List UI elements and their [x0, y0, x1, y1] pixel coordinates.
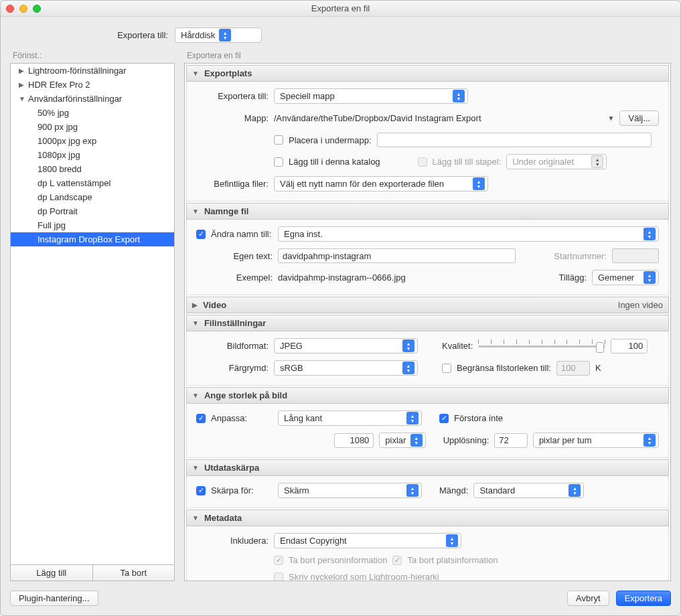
section-header-video[interactable]: ▶ Video Ingen video: [186, 297, 669, 313]
chevron-updown-icon: ▲▼: [410, 434, 423, 447]
window-title: Exportera en fil: [1, 3, 680, 13]
section-header-export-location[interactable]: ▼ Exportplats: [186, 65, 669, 82]
resolution-input[interactable]: 72: [494, 433, 528, 448]
sharpen-checkbox[interactable]: ✓: [196, 486, 206, 495]
chevron-updown-icon: ▲▼: [402, 362, 414, 374]
preset-group[interactable]: ▶Lightroom-förinställningar: [11, 64, 174, 78]
remove-location-label: Ta bort platsinformation: [407, 555, 498, 565]
subfolder-input[interactable]: [377, 133, 652, 147]
resize-mode-select[interactable]: Lång kant ▲▼: [278, 410, 422, 426]
subfolder-label: Placera i undermapp:: [289, 135, 372, 145]
add-catalog-checkbox[interactable]: [274, 157, 283, 167]
preset-list[interactable]: ▶Lightroom-förinställningar▶HDR Efex Pro…: [10, 63, 175, 565]
preset-group-label: HDR Efex Pro 2: [28, 80, 90, 90]
preset-group-label: Lightroom-förinställningar: [28, 66, 127, 76]
chevron-updown-icon: ▲▼: [569, 484, 581, 497]
sharpen-target-select[interactable]: Skärm ▲▼: [278, 483, 422, 498]
section-export-location: ▼ Exportplats Exportera till: Speciell m…: [186, 65, 669, 202]
export-folder-type-select[interactable]: Speciell mapp ▲▼: [274, 88, 468, 104]
preset-item[interactable]: Instagram DropBox Export: [11, 232, 174, 246]
limit-filesize-input[interactable]: 100: [556, 361, 590, 376]
preset-item[interactable]: dp Landscape: [11, 190, 174, 204]
chevron-down-icon: ▼: [192, 319, 199, 327]
preset-group[interactable]: ▼Användarförinställningar: [11, 92, 174, 106]
chevron-updown-icon: ▲▼: [453, 90, 465, 102]
add-stack-label: Lägg till till stapel:: [433, 157, 502, 167]
dimension-input[interactable]: 1080: [334, 433, 374, 448]
preset-item[interactable]: Full jpg: [11, 218, 174, 232]
preset-item[interactable]: 1000px jpg exp: [11, 134, 174, 148]
section-header-naming[interactable]: ▼ Namnge fil: [186, 203, 669, 220]
chevron-updown-icon: ▲▼: [644, 271, 656, 284]
limit-filesize-label: Begränsa filstorleken till:: [457, 363, 551, 373]
quality-input[interactable]: 100: [611, 339, 648, 354]
limit-filesize-unit: K: [595, 363, 601, 373]
export-to-label: Exportera till:: [196, 91, 269, 101]
rename-template-select[interactable]: Egna inst. ▲▼: [278, 226, 659, 242]
export-destination-value: Hårddisk: [181, 30, 215, 40]
section-header-sizing[interactable]: ▼ Ange storlek på bild: [186, 387, 669, 404]
subfolder-checkbox[interactable]: [274, 135, 283, 145]
dont-enlarge-checkbox[interactable]: ✓: [439, 414, 449, 423]
chevron-right-icon: ▶: [19, 81, 25, 88]
dimension-unit-select[interactable]: pixlar ▲▼: [379, 433, 425, 448]
minimize-icon[interactable]: [19, 5, 27, 13]
close-icon[interactable]: [6, 5, 14, 13]
plugin-manager-button[interactable]: Plugin-hantering...: [10, 591, 98, 606]
example-value: davidpahmp-instagram--0666.jpg: [278, 273, 554, 283]
limit-filesize-checkbox[interactable]: [442, 364, 451, 373]
chevron-updown-icon: ▲▼: [591, 155, 603, 168]
dont-enlarge-label: Förstora inte: [454, 413, 503, 423]
section-header-file-settings[interactable]: ▼ Filinställningar: [186, 315, 669, 331]
start-number-input: [612, 248, 659, 263]
colorspace-select[interactable]: sRGB ▲▼: [274, 360, 418, 376]
chevron-right-icon: ▶: [19, 67, 25, 74]
rename-label: Ändra namn till:: [211, 229, 273, 239]
metadata-include-select[interactable]: Endast Copyright ▲▼: [274, 533, 461, 548]
zoom-icon[interactable]: [33, 5, 41, 13]
custom-text-input[interactable]: davidpahmp-instagram: [278, 248, 516, 263]
export-button[interactable]: Exportera: [616, 591, 671, 606]
resolution-unit-select[interactable]: pixlar per tum ▲▼: [533, 433, 659, 448]
preset-item[interactable]: 900 px jpg: [11, 120, 174, 134]
chevron-updown-icon: ▲▼: [402, 339, 414, 352]
stack-position-select: Under originalet ▲▼: [506, 154, 607, 169]
chevron-updown-icon: ▲▼: [446, 534, 458, 547]
quality-slider[interactable]: [478, 339, 605, 353]
chevron-updown-icon: ▲▼: [644, 434, 656, 447]
preset-item[interactable]: 50% jpg: [11, 106, 174, 120]
start-number-label: Startnummer:: [554, 251, 607, 261]
section-video: ▶ Video Ingen video: [186, 297, 669, 313]
preset-sidebar: Förinst.: ▶Lightroom-förinställningar▶HD…: [10, 51, 175, 581]
remove-preset-button[interactable]: Ta bort: [93, 565, 175, 581]
section-header-metadata[interactable]: ▼ Metadata: [186, 510, 669, 526]
chevron-updown-icon: ▲▼: [219, 29, 231, 42]
add-catalog-label: Lägg till i denna katalog: [289, 157, 380, 167]
rename-checkbox[interactable]: ✓: [196, 230, 206, 239]
section-title: Video: [203, 300, 226, 310]
export-destination-row: Exportera till: Hårddisk ▲▼: [1, 17, 680, 51]
preset-item[interactable]: dp L vattenstämpel: [11, 176, 174, 190]
preset-item[interactable]: 1080px jpg: [11, 148, 174, 162]
video-status: Ingen video: [618, 300, 663, 310]
chevron-updown-icon: ▲▼: [406, 484, 419, 497]
chevron-updown-icon: ▲▼: [473, 177, 485, 190]
chevron-down-icon[interactable]: ▼: [608, 114, 615, 122]
choose-folder-button[interactable]: Välj...: [619, 110, 659, 126]
resize-checkbox[interactable]: ✓: [196, 414, 206, 423]
section-header-sharpening[interactable]: ▼ Utdataskärpa: [186, 459, 669, 476]
preset-item[interactable]: dp Portrait: [11, 204, 174, 218]
image-format-select[interactable]: JPEG ▲▼: [274, 338, 418, 354]
export-destination-select[interactable]: Hårddisk ▲▼: [175, 27, 262, 43]
extension-case-select[interactable]: Gemener ▲▼: [592, 270, 659, 285]
chevron-down-icon: ▼: [192, 392, 199, 399]
remove-person-checkbox: ✓: [274, 556, 283, 565]
sharpen-amount-select[interactable]: Standard ▲▼: [473, 483, 584, 498]
preset-group[interactable]: ▶HDR Efex Pro 2: [11, 78, 174, 92]
keywords-hierarchy-checkbox: [274, 572, 283, 582]
existing-files-select[interactable]: Välj ett nytt namn för den exporterade f…: [274, 176, 488, 191]
preset-item[interactable]: 1800 bredd: [11, 162, 174, 176]
add-preset-button[interactable]: Lägg till: [11, 565, 93, 581]
cancel-button[interactable]: Avbryt: [567, 591, 609, 606]
colorspace-label: Färgrymd:: [196, 363, 269, 373]
